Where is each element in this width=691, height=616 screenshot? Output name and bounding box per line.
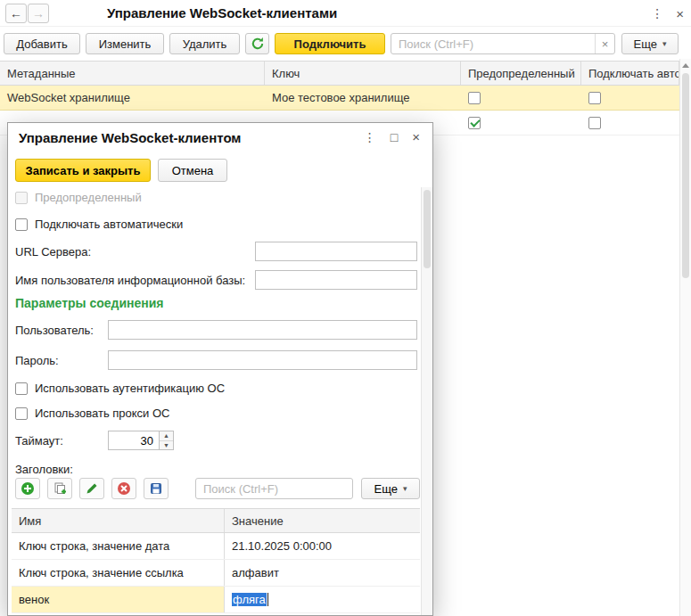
edit-button[interactable]: Изменить — [86, 33, 164, 54]
os-auth-checkbox-row: Использовать аутентификацию ОС — [15, 382, 225, 395]
url-label: URL Сервера: — [15, 242, 91, 262]
connect-button[interactable]: Подключить — [275, 33, 385, 54]
user-input[interactable] — [108, 320, 417, 340]
websocket-client-dialog: Управление WebSocket-клиентом ⋮ □ × Запи… — [7, 122, 433, 616]
os-auth-label: Использовать аутентификацию ОС — [35, 382, 225, 395]
cell-value-editing[interactable]: фляга — [224, 587, 420, 612]
main-scrollbar[interactable] — [679, 59, 691, 616]
search-box: × — [391, 33, 615, 54]
ib-user-input[interactable] — [255, 270, 417, 290]
headers-row-1[interactable]: Ключ строка, значение дата 21.10.2025 0:… — [12, 533, 420, 560]
back-button[interactable]: ← — [5, 4, 27, 23]
delete-button[interactable]: Удалить — [169, 33, 240, 54]
main-scrollbar-thumb[interactable] — [682, 73, 689, 278]
scroll-up-icon[interactable] — [680, 59, 691, 71]
connection-params-header: Параметры соединения — [15, 296, 164, 310]
autoconnect-label: Подключать автоматически — [35, 218, 183, 231]
row1-autoconnect-checkbox[interactable] — [588, 92, 601, 104]
headers-label: Заголовки: — [15, 460, 73, 480]
ib-user-label: Имя пользователя информационной базы: — [15, 271, 245, 291]
password-input[interactable] — [108, 350, 417, 370]
dialog-title: Управление WebSocket-клиентом — [19, 130, 241, 145]
dialog-maximize-icon[interactable]: □ — [391, 131, 398, 144]
cell-name[interactable]: Ключ строка, значение дата — [12, 533, 224, 559]
headers-row-2[interactable]: Ключ строка, значение ссылка алфавит — [12, 560, 420, 587]
autoconnect-checkbox[interactable] — [15, 218, 28, 231]
window-controls: ⋮ × — [651, 4, 684, 23]
header-save-button[interactable] — [144, 478, 169, 499]
url-input[interactable] — [255, 242, 417, 261]
os-proxy-checkbox[interactable] — [15, 407, 28, 420]
predefined-label: Предопределенный — [35, 191, 142, 204]
chevron-down-icon: ▾ — [403, 484, 407, 493]
titlebar: ← → Управление WebSocket-клиентами ⋮ × — [0, 0, 691, 27]
forward-button[interactable]: → — [28, 4, 49, 23]
cell-value[interactable]: алфавит — [224, 560, 420, 586]
dialog-controls: ⋮ □ × — [364, 130, 420, 144]
pencil-icon — [85, 481, 99, 496]
dialog-close-icon[interactable]: × — [412, 130, 420, 144]
add-icon — [21, 481, 35, 496]
column-header-key[interactable]: Ключ — [265, 62, 461, 85]
dialog-scrollbar-thumb[interactable] — [424, 190, 431, 268]
text-caret — [267, 593, 268, 606]
save-icon — [149, 481, 163, 496]
headers-row-3[interactable]: венок фляга — [12, 587, 420, 613]
dialog-scrollbar[interactable] — [421, 187, 432, 615]
header-copy-button[interactable] — [47, 478, 72, 499]
clear-search-icon[interactable]: × — [595, 34, 614, 53]
header-delete-button[interactable] — [111, 478, 136, 499]
window-close-icon[interactable]: × — [676, 7, 684, 21]
copy-icon — [53, 481, 67, 496]
cell-value[interactable]: 21.10.2025 0:00:00 — [224, 533, 420, 559]
dialog-menu-icon[interactable]: ⋮ — [364, 131, 376, 144]
table-row-1[interactable]: WebSocket хранилище Мое тестовое хранили… — [0, 86, 679, 111]
column-header-autoconnect[interactable]: Подключать автом — [581, 62, 679, 85]
header-add-button[interactable] — [15, 478, 40, 499]
chevron-down-icon: ▾ — [662, 39, 667, 48]
headers-search-input[interactable] — [196, 479, 353, 498]
os-auth-checkbox[interactable] — [15, 382, 28, 395]
forward-icon: → — [32, 7, 45, 20]
edited-value-selected-text[interactable]: фляга — [232, 593, 267, 606]
row2-autoconnect-checkbox[interactable] — [588, 117, 601, 129]
spinner-down-icon[interactable]: ▼ — [160, 441, 173, 450]
timeout-input[interactable] — [108, 431, 160, 450]
delete-icon — [117, 481, 131, 496]
cell-key[interactable]: Мое тестовое хранилище — [265, 86, 461, 110]
headers-search-box: × — [195, 478, 353, 499]
row2-predefined-checkbox[interactable] — [468, 117, 481, 129]
timeout-label: Таймаут: — [15, 431, 63, 451]
headers-table: Имя Значение Ключ строка, значение дата … — [12, 508, 420, 613]
cell-name[interactable]: венок — [12, 587, 224, 612]
autoconnect-checkbox-row: Подключать автоматически — [15, 218, 183, 231]
column-header-name[interactable]: Имя — [12, 509, 224, 532]
column-header-predefined[interactable]: Предопределенный — [461, 62, 581, 85]
search-input[interactable] — [391, 34, 595, 53]
more-button-label: Еще — [634, 37, 657, 51]
refresh-icon — [251, 37, 265, 51]
more-button[interactable]: Еще ▾ — [621, 33, 679, 54]
password-label: Пароль: — [15, 351, 59, 371]
predefined-checkbox-row: Предопределенный — [15, 191, 142, 204]
back-icon: ← — [10, 7, 22, 20]
column-header-value[interactable]: Значение — [224, 509, 420, 532]
window-menu-icon[interactable]: ⋮ — [651, 7, 663, 20]
predefined-checkbox[interactable] — [15, 192, 28, 204]
cell-name[interactable]: Ключ строка, значение ссылка — [12, 560, 224, 586]
spinner-up-icon[interactable]: ▲ — [160, 431, 173, 441]
headers-more-label: Еще — [374, 482, 398, 496]
os-proxy-label: Использовать прокси ОС — [35, 407, 169, 420]
column-header-metadata[interactable]: Метаданные — [0, 62, 265, 85]
cell-metadata[interactable]: WebSocket хранилище — [0, 86, 265, 110]
add-button[interactable]: Добавить — [4, 33, 80, 54]
refresh-button[interactable] — [245, 33, 269, 54]
headers-more-button[interactable]: Еще ▾ — [361, 478, 420, 499]
list-header: Метаданные Ключ Предопределенный Подключ… — [0, 61, 679, 86]
header-edit-button[interactable] — [79, 478, 104, 499]
os-proxy-checkbox-row: Использовать прокси ОС — [15, 407, 169, 420]
page-title: Управление WebSocket-клиентами — [107, 5, 337, 21]
row1-predefined-checkbox[interactable] — [468, 92, 481, 104]
save-close-button[interactable]: Записать и закрыть — [15, 159, 151, 182]
cancel-button[interactable]: Отмена — [158, 159, 227, 182]
